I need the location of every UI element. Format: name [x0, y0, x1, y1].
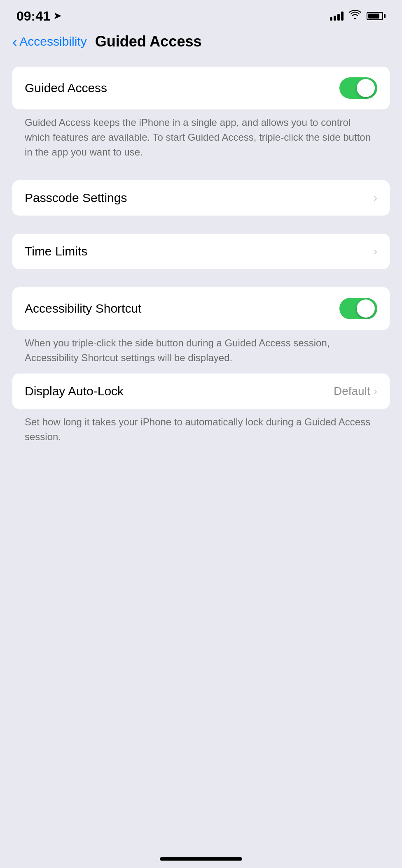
home-indicator[interactable] — [160, 857, 242, 861]
display-auto-lock-chevron-icon: › — [374, 385, 377, 398]
time-limits-card: Time Limits › — [12, 234, 390, 269]
display-auto-lock-right: Default › — [334, 385, 377, 398]
guided-access-description: Guided Access keeps the iPhone in a sing… — [12, 115, 390, 168]
time-limits-row[interactable]: Time Limits › — [12, 234, 390, 269]
display-auto-lock-label: Display Auto-Lock — [25, 384, 124, 398]
back-button[interactable]: ‹ Accessibility — [12, 35, 87, 49]
time-display: 09:41 — [16, 9, 50, 24]
passcode-settings-card: Passcode Settings › — [12, 180, 390, 216]
toggle-thumb — [357, 79, 375, 97]
passcode-chevron-icon: › — [374, 191, 377, 204]
accessibility-shortcut-label: Accessibility Shortcut — [25, 302, 141, 316]
display-auto-lock-value: Default — [334, 385, 370, 398]
guided-access-row[interactable]: Guided Access — [12, 67, 390, 109]
passcode-settings-row[interactable]: Passcode Settings › — [12, 180, 390, 216]
accessibility-shortcut-row[interactable]: Accessibility Shortcut — [12, 287, 390, 330]
settings-content: Guided Access Guided Access keeps the iP… — [0, 58, 402, 461]
display-auto-lock-description: Set how long it takes your iPhone to aut… — [12, 415, 390, 453]
wifi-icon — [349, 10, 361, 22]
passcode-settings-label: Passcode Settings — [25, 191, 127, 205]
back-label: Accessibility — [19, 35, 86, 49]
accessibility-shortcut-card: Accessibility Shortcut — [12, 287, 390, 330]
accessibility-shortcut-description: When you triple-click the side button du… — [12, 336, 390, 374]
time-limits-chevron-icon: › — [374, 245, 377, 258]
guided-access-card: Guided Access — [12, 67, 390, 109]
display-auto-lock-row[interactable]: Display Auto-Lock Default › — [12, 374, 390, 409]
time-limits-label: Time Limits — [25, 244, 87, 258]
battery-icon — [367, 12, 386, 20]
guided-access-toggle[interactable] — [339, 77, 377, 99]
guided-access-label: Guided Access — [25, 81, 107, 95]
location-icon: ➤ — [54, 11, 61, 21]
toggle-thumb-2 — [357, 299, 375, 318]
page-title: Guided Access — [95, 33, 202, 50]
display-auto-lock-card: Display Auto-Lock Default › — [12, 374, 390, 409]
nav-bar: ‹ Accessibility Guided Access — [0, 29, 402, 58]
accessibility-shortcut-toggle[interactable] — [339, 298, 377, 319]
status-bar: 09:41 ➤ — [0, 0, 402, 29]
status-time: 09:41 ➤ — [16, 9, 61, 24]
status-icons — [330, 10, 386, 22]
back-chevron-icon: ‹ — [12, 35, 17, 49]
signal-icon — [330, 12, 344, 21]
